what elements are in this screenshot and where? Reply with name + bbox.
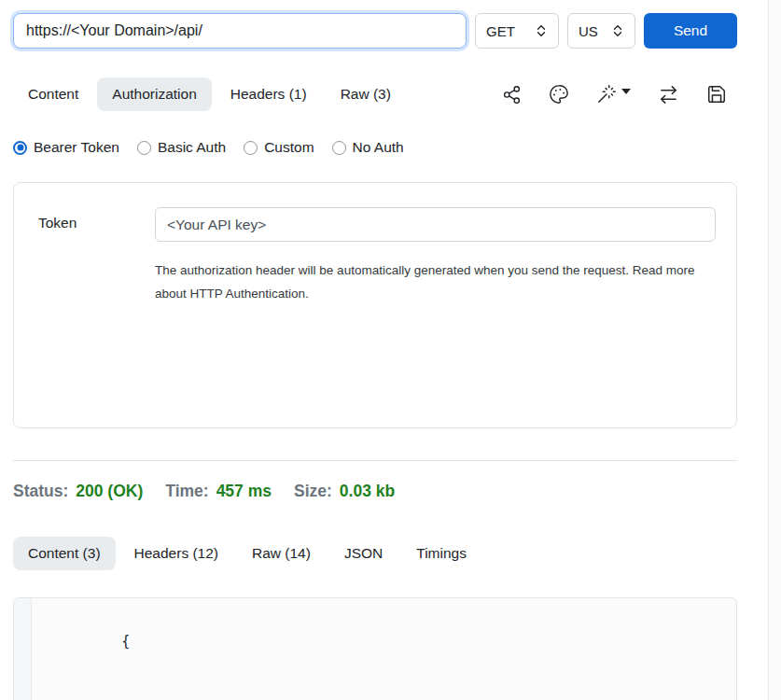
- json-open-brace: {: [121, 633, 130, 650]
- request-tabs-bar: Content Authorization Headers (1) Raw (3…: [13, 77, 737, 111]
- token-label: Token: [38, 207, 155, 231]
- request-bar: GET US Send: [13, 13, 737, 49]
- swap-arrows-icon[interactable]: [658, 84, 679, 105]
- auth-option-label: No Auth: [353, 139, 404, 156]
- status-bar: Status: 200 (OK) Time: 457 ms Size: 0.03…: [13, 482, 737, 501]
- time-value: 457 ms: [216, 482, 272, 501]
- time-label: Time:: [165, 482, 208, 501]
- tab-content[interactable]: Content: [13, 77, 93, 111]
- response-tabs-bar: Content (3) Headers (12) Raw (14) JSON T…: [13, 537, 737, 570]
- response-body-viewer: { "message": "API running." }: [13, 597, 737, 700]
- tab-raw[interactable]: Raw (3): [326, 77, 406, 111]
- request-tabs: Content Authorization Headers (1) Raw (3…: [13, 77, 406, 111]
- radio-icon: [332, 141, 346, 155]
- select-arrows-icon: [535, 24, 548, 37]
- auth-type-selector: Bearer Token Basic Auth Custom No Auth: [13, 139, 737, 156]
- auth-option-label: Basic Auth: [158, 139, 226, 156]
- request-toolbar: [502, 84, 737, 105]
- api-client-app: GET US Send Content Authorization Header…: [0, 0, 781, 700]
- tab-response-timings[interactable]: Timings: [401, 537, 481, 570]
- palette-icon[interactable]: [549, 84, 569, 105]
- send-button[interactable]: Send: [644, 13, 737, 49]
- wand-icon[interactable]: [596, 84, 631, 105]
- url-input[interactable]: [13, 13, 467, 49]
- radio-icon: [137, 141, 151, 155]
- share-icon[interactable]: [502, 85, 522, 105]
- auth-option-custom[interactable]: Custom: [244, 139, 314, 156]
- region-value: US: [579, 23, 598, 39]
- status-value: 200 (OK): [76, 482, 143, 501]
- region-select[interactable]: US: [567, 13, 635, 49]
- tab-headers[interactable]: Headers (1): [216, 77, 322, 111]
- tab-authorization[interactable]: Authorization: [97, 77, 211, 111]
- response-tabs: Content (3) Headers (12) Raw (14) JSON T…: [13, 537, 481, 570]
- size-value: 0.03 kb: [340, 482, 395, 501]
- size-label: Size:: [294, 482, 332, 501]
- radio-checked-icon: [13, 141, 27, 155]
- code-gutter: [14, 598, 32, 700]
- tab-response-raw[interactable]: Raw (14): [237, 537, 326, 570]
- tab-response-content[interactable]: Content (3): [13, 537, 116, 570]
- auth-option-no-auth[interactable]: No Auth: [332, 139, 404, 156]
- method-select[interactable]: GET: [475, 13, 559, 49]
- token-help-text: The authorization header will be automat…: [155, 259, 704, 305]
- caret-down-icon: [621, 89, 631, 94]
- token-input[interactable]: [155, 207, 716, 242]
- method-value: GET: [486, 23, 515, 39]
- auth-option-basic-auth[interactable]: Basic Auth: [137, 139, 226, 156]
- page-edge: [768, 0, 781, 700]
- tab-response-json[interactable]: JSON: [329, 537, 397, 570]
- tab-response-headers[interactable]: Headers (12): [119, 537, 233, 570]
- auth-option-bearer-token[interactable]: Bearer Token: [13, 139, 119, 156]
- response-json-code: { "message": "API running." }: [32, 598, 366, 700]
- select-arrows-icon: [611, 24, 624, 37]
- save-icon[interactable]: [706, 84, 727, 105]
- auth-option-label: Custom: [264, 139, 314, 156]
- radio-icon: [244, 141, 258, 155]
- status-label: Status:: [13, 482, 68, 501]
- section-divider: [13, 460, 737, 461]
- auth-option-label: Bearer Token: [34, 139, 119, 156]
- token-panel: Token The authorization header will be a…: [13, 182, 737, 428]
